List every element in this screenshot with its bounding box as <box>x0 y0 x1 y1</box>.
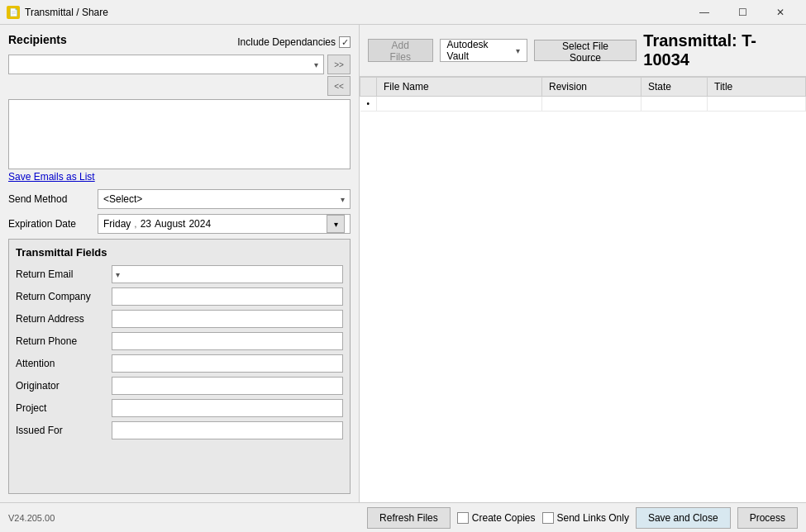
transmittal-field-row: Return Phone <box>16 332 343 350</box>
send-links-only-label: Send Links Only <box>557 512 629 524</box>
field-label-4: Attention <box>16 358 107 369</box>
window-controls: — ☐ ✕ <box>685 0 799 25</box>
transmittal-field-row: Return Company <box>16 287 343 306</box>
row-dot: • <box>360 97 377 112</box>
include-dependencies-row: Include Dependancies ✓ <box>237 36 351 48</box>
version-text: V24.205.00 <box>8 513 55 523</box>
recipient-input-row: ▾ >> <box>8 55 351 74</box>
recipient-dropdown[interactable]: ▾ <box>8 55 324 74</box>
include-dep-text: Include Dependancies <box>237 36 336 48</box>
remove-recipient-button[interactable]: << <box>327 76 351 96</box>
row-fileName <box>377 97 542 112</box>
col-title: Title <box>708 78 806 97</box>
col-state: State <box>641 78 708 97</box>
add-files-button[interactable]: Add Files <box>368 39 433 62</box>
title-bar: 📄 Transmittal / Share — ☐ ✕ <box>0 0 806 25</box>
transmittal-field-row: Return Email▾ <box>16 265 343 283</box>
transmittal-field-row: Originator <box>16 377 343 395</box>
create-copies-label: Create Copies <box>472 512 536 524</box>
remove-recipient-row: << <box>8 76 351 96</box>
expiration-date-label: Expiration Date <box>8 218 91 230</box>
right-panel: Add Files Autodesk Vault ▾ Select File S… <box>360 25 806 502</box>
field-label-2: Return Address <box>16 313 107 325</box>
send-method-label: Send Method <box>8 193 91 205</box>
right-header: Add Files Autodesk Vault ▾ Select File S… <box>360 25 806 77</box>
date-picker-button[interactable]: ▾ <box>327 215 345 233</box>
col-dot <box>360 78 377 97</box>
expiration-day: Friday <box>103 218 131 230</box>
field-label-7: Issued For <box>16 425 107 436</box>
process-button[interactable]: Process <box>737 507 798 529</box>
title-bar-text: Transmittal / Share <box>25 7 685 18</box>
calendar-icon: ▾ <box>334 220 338 229</box>
field-input-7[interactable] <box>112 421 343 439</box>
send-method-value: <Select> <box>103 193 142 205</box>
close-button[interactable]: ✕ <box>761 0 799 25</box>
chevron-down-icon: ▾ <box>314 60 318 69</box>
files-table: File Name Revision State Title • <box>360 77 806 112</box>
field-label-1: Return Company <box>16 291 107 302</box>
field-input-0[interactable]: ▾ <box>112 265 343 283</box>
col-filename: File Name <box>377 78 542 97</box>
field-label-5: Originator <box>16 380 107 392</box>
send-method-row: Send Method <Select> ▾ <box>8 189 351 209</box>
minimize-button[interactable]: — <box>685 0 723 25</box>
create-copies-row: Create Copies <box>457 512 536 524</box>
save-emails-link[interactable]: Save Emails as List <box>8 171 351 183</box>
table-row[interactable]: • <box>360 97 806 112</box>
recipients-label: Recipients <box>8 33 67 46</box>
field-label-6: Project <box>16 402 107 414</box>
chevron-down-icon: ▾ <box>116 270 120 279</box>
transmittal-field-row: Attention <box>16 354 343 373</box>
bottom-bar: V24.205.00 Refresh Files Create Copies S… <box>0 502 806 532</box>
field-input-2[interactable] <box>112 310 343 328</box>
field-label-0: Return Email <box>16 268 107 280</box>
row-state <box>641 97 708 112</box>
transmittal-fields-title: Transmittal Fields <box>16 246 343 259</box>
send-links-only-row: Send Links Only <box>542 512 629 524</box>
transmittal-field-row: Issued For <box>16 421 343 439</box>
app-icon: 📄 <box>7 6 20 19</box>
field-input-1[interactable] <box>112 287 343 306</box>
vault-dropdown[interactable]: Autodesk Vault ▾ <box>440 39 527 62</box>
transmittal-fields-section: Transmittal Fields Return Email▾Return C… <box>8 239 351 494</box>
content-area: Recipients Include Dependancies ✓ ▾ >> <… <box>0 25 806 502</box>
transmittal-title: Transmittal: T-10034 <box>643 31 798 69</box>
main-container: Recipients Include Dependancies ✓ ▾ >> <… <box>0 25 806 532</box>
field-input-5[interactable] <box>112 377 343 395</box>
field-input-6[interactable] <box>112 399 343 417</box>
fields-container: Return Email▾Return CompanyReturn Addres… <box>16 265 343 439</box>
field-label-3: Return Phone <box>16 335 107 347</box>
expiration-date-field[interactable]: Friday , 23 August 2024 ▾ <box>98 214 351 234</box>
recipients-header-row: Recipients Include Dependancies ✓ <box>8 33 351 51</box>
expiration-date: 23 <box>141 218 151 230</box>
recipient-list[interactable] <box>8 99 351 169</box>
expiration-year: 2024 <box>188 218 211 230</box>
chevron-down-icon: ▾ <box>341 195 345 204</box>
send-links-only-checkbox[interactable] <box>542 512 554 524</box>
maximize-button[interactable]: ☐ <box>723 0 761 25</box>
field-input-4[interactable] <box>112 354 343 373</box>
table-header-row: File Name Revision State Title <box>360 78 806 97</box>
row-title <box>708 97 806 112</box>
create-copies-checkbox[interactable] <box>457 512 469 524</box>
expiration-comma: , <box>134 218 136 230</box>
expiration-month: August <box>155 218 185 230</box>
add-recipient-button[interactable]: >> <box>327 55 351 74</box>
include-dep-checkbox[interactable]: ✓ <box>339 36 351 48</box>
expiration-date-row: Expiration Date Friday , 23 August 2024 … <box>8 214 351 234</box>
chevron-down-icon: ▾ <box>516 46 520 55</box>
file-table: File Name Revision State Title • <box>360 77 806 502</box>
field-input-3[interactable] <box>112 332 343 350</box>
file-table-body: • <box>360 97 806 112</box>
left-panel: Recipients Include Dependancies ✓ ▾ >> <… <box>0 25 360 502</box>
refresh-files-button[interactable]: Refresh Files <box>367 507 451 529</box>
row-revision <box>542 97 641 112</box>
transmittal-field-row: Return Address <box>16 310 343 328</box>
transmittal-field-row: Project <box>16 399 343 417</box>
vault-label: Autodesk Vault <box>447 39 511 62</box>
send-method-dropdown[interactable]: <Select> ▾ <box>98 189 351 209</box>
col-revision: Revision <box>542 78 641 97</box>
save-and-close-button[interactable]: Save and Close <box>636 507 731 529</box>
select-file-source-button[interactable]: Select File Source <box>534 40 637 61</box>
